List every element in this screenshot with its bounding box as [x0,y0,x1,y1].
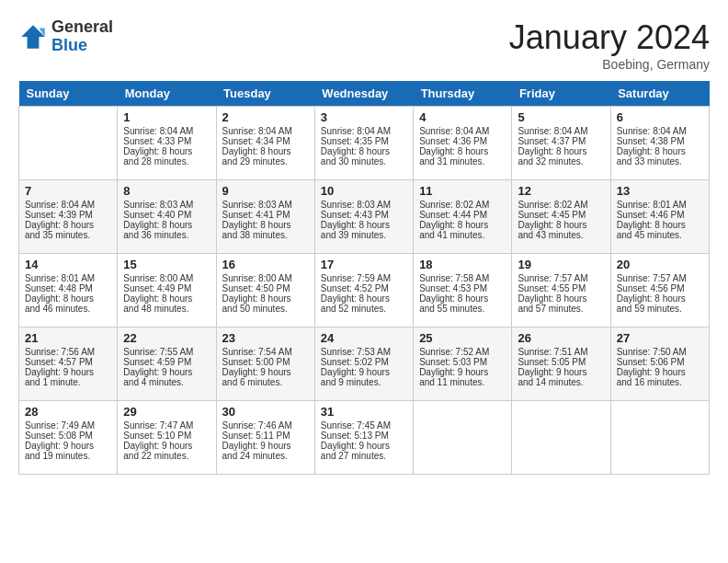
sunrise: Sunrise: 7:53 AM [321,347,407,357]
sunrise: Sunrise: 7:57 AM [518,273,604,283]
day-number: 24 [321,331,407,345]
sunset: Sunset: 4:48 PM [25,283,111,293]
sunrise: Sunrise: 7:59 AM [321,273,407,283]
day-cell: 4Sunrise: 8:04 AMSunset: 4:36 PMDaylight… [414,107,512,180]
day-cell: 24Sunrise: 7:53 AMSunset: 5:02 PMDayligh… [314,327,413,401]
daylight-hours: Daylight: 9 hours and 11 minutes. [419,367,506,387]
sunset: Sunset: 4:49 PM [123,283,210,293]
sunrise: Sunrise: 7:54 AM [222,347,309,357]
day-cell: 30Sunrise: 7:46 AMSunset: 5:11 PMDayligh… [216,401,314,475]
daylight-hours: Daylight: 8 hours and 55 minutes. [419,293,506,314]
sunset: Sunset: 4:38 PM [617,136,703,146]
day-number: 6 [617,110,703,124]
daylight-hours: Daylight: 8 hours and 59 minutes. [617,293,703,314]
sunset: Sunset: 5:00 PM [222,357,309,367]
day-cell: 10Sunrise: 8:03 AMSunset: 4:43 PMDayligh… [314,180,413,254]
week-row-4: 21Sunrise: 7:56 AMSunset: 4:57 PMDayligh… [19,327,710,401]
daylight-hours: Daylight: 8 hours and 48 minutes. [123,293,210,314]
sunrise: Sunrise: 7:46 AM [222,420,309,431]
sunset: Sunset: 4:59 PM [123,357,210,367]
sunrise: Sunrise: 7:50 AM [617,347,703,357]
sunset: Sunset: 4:57 PM [25,357,111,367]
day-cell: 28Sunrise: 7:49 AMSunset: 5:08 PMDayligh… [19,401,118,475]
daylight-hours: Daylight: 8 hours and 32 minutes. [518,146,604,167]
day-cell [19,107,118,180]
daylight-hours: Daylight: 9 hours and 22 minutes. [123,441,210,461]
day-cell: 23Sunrise: 7:54 AMSunset: 5:00 PMDayligh… [216,327,314,401]
day-number: 20 [617,258,703,271]
sunrise: Sunrise: 8:02 AM [419,200,506,210]
logo: General Blue [18,18,113,55]
logo-blue-text: Blue [51,36,87,54]
sunrise: Sunrise: 8:04 AM [419,126,506,136]
day-number: 17 [321,258,407,271]
daylight-hours: Daylight: 9 hours and 4 minutes. [123,367,210,387]
sunrise: Sunrise: 8:04 AM [617,126,703,136]
day-number: 25 [419,331,506,345]
sunrise: Sunrise: 8:00 AM [123,273,210,283]
daylight-hours: Daylight: 8 hours and 46 minutes. [25,293,111,314]
day-number: 2 [222,110,309,124]
daylight-hours: Daylight: 9 hours and 16 minutes. [617,367,703,387]
week-row-2: 7Sunrise: 8:04 AMSunset: 4:39 PMDaylight… [19,180,710,254]
day-cell: 8Sunrise: 8:03 AMSunset: 4:40 PMDaylight… [118,180,216,254]
sunset: Sunset: 4:43 PM [321,210,407,220]
sunrise: Sunrise: 8:04 AM [321,126,407,136]
week-row-1: 1Sunrise: 8:04 AMSunset: 4:33 PMDaylight… [19,107,710,180]
sunset: Sunset: 4:44 PM [419,210,506,220]
calendar-table: SundayMondayTuesdayWednesdayThursdayFrid… [18,81,710,475]
day-cell: 9Sunrise: 8:03 AMSunset: 4:41 PMDaylight… [216,180,314,254]
day-number: 3 [321,110,407,124]
day-cell: 29Sunrise: 7:47 AMSunset: 5:10 PMDayligh… [118,401,216,475]
sunset: Sunset: 4:41 PM [222,210,309,220]
day-cell [610,401,709,475]
sunset: Sunset: 4:36 PM [419,136,506,146]
day-number: 15 [123,258,210,271]
header-cell-tuesday: Tuesday [216,81,314,107]
sunset: Sunset: 4:40 PM [123,210,210,220]
day-number: 8 [123,184,210,198]
day-number: 12 [518,184,604,198]
sunrise: Sunrise: 8:03 AM [222,200,309,210]
day-number: 14 [25,258,111,271]
daylight-hours: Daylight: 9 hours and 27 minutes. [321,441,407,461]
sunrise: Sunrise: 7:52 AM [419,347,506,357]
day-number: 10 [321,184,407,198]
sunset: Sunset: 4:53 PM [419,283,506,293]
day-number: 5 [518,110,604,124]
daylight-hours: Daylight: 8 hours and 30 minutes. [321,146,407,167]
sunrise: Sunrise: 8:04 AM [518,126,604,136]
sunrise: Sunrise: 8:01 AM [617,200,703,210]
day-cell: 11Sunrise: 8:02 AMSunset: 4:44 PMDayligh… [414,180,512,254]
day-number: 28 [25,405,111,419]
daylight-hours: Daylight: 8 hours and 57 minutes. [518,293,604,314]
week-row-3: 14Sunrise: 8:01 AMSunset: 4:48 PMDayligh… [19,254,710,327]
day-number: 9 [222,184,309,198]
header-cell-friday: Friday [512,81,610,107]
logo-general-text: General [51,17,113,36]
header-cell-monday: Monday [118,81,216,107]
daylight-hours: Daylight: 8 hours and 28 minutes. [123,146,210,167]
header-cell-thursday: Thursday [414,81,512,107]
day-number: 7 [25,184,111,198]
daylight-hours: Daylight: 9 hours and 1 minute. [25,367,111,387]
sunset: Sunset: 4:33 PM [123,136,210,146]
day-cell: 2Sunrise: 8:04 AMSunset: 4:34 PMDaylight… [216,107,314,180]
week-row-5: 28Sunrise: 7:49 AMSunset: 5:08 PMDayligh… [19,401,710,475]
day-number: 23 [222,331,309,345]
day-cell: 3Sunrise: 8:04 AMSunset: 4:35 PMDaylight… [314,107,413,180]
sunrise: Sunrise: 8:03 AM [123,200,210,210]
sunrise: Sunrise: 7:45 AM [321,420,407,431]
sunrise: Sunrise: 8:03 AM [321,200,407,210]
daylight-hours: Daylight: 8 hours and 41 minutes. [419,220,506,240]
day-cell: 7Sunrise: 8:04 AMSunset: 4:39 PMDaylight… [19,180,118,254]
sunset: Sunset: 5:05 PM [518,357,604,367]
day-cell: 31Sunrise: 7:45 AMSunset: 5:13 PMDayligh… [314,401,413,475]
day-cell: 22Sunrise: 7:55 AMSunset: 4:59 PMDayligh… [118,327,216,401]
day-number: 22 [123,331,210,345]
day-cell: 20Sunrise: 7:57 AMSunset: 4:56 PMDayligh… [610,254,709,327]
day-number: 16 [222,258,309,271]
day-number: 29 [123,405,210,419]
sunset: Sunset: 4:45 PM [518,210,604,220]
daylight-hours: Daylight: 8 hours and 36 minutes. [123,220,210,240]
